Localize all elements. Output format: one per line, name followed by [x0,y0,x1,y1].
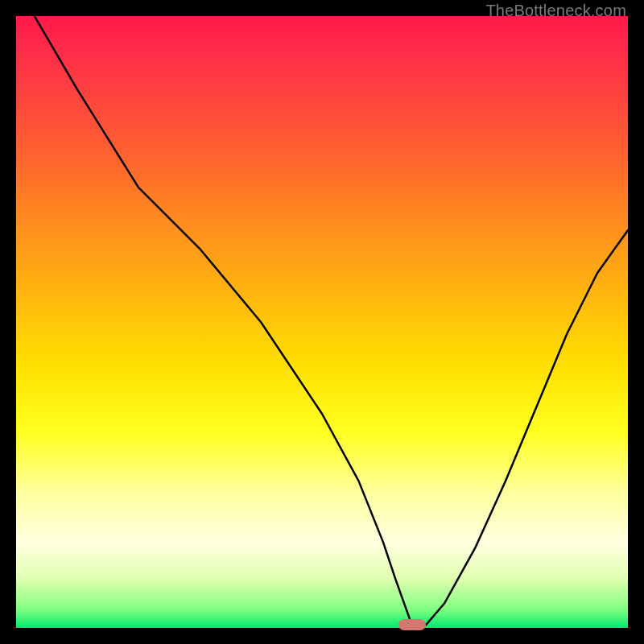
chart-container: TheBottleneck.com [0,0,644,644]
optimal-marker [398,619,426,630]
plot-area [16,16,628,628]
bottleneck-curve [16,16,628,628]
